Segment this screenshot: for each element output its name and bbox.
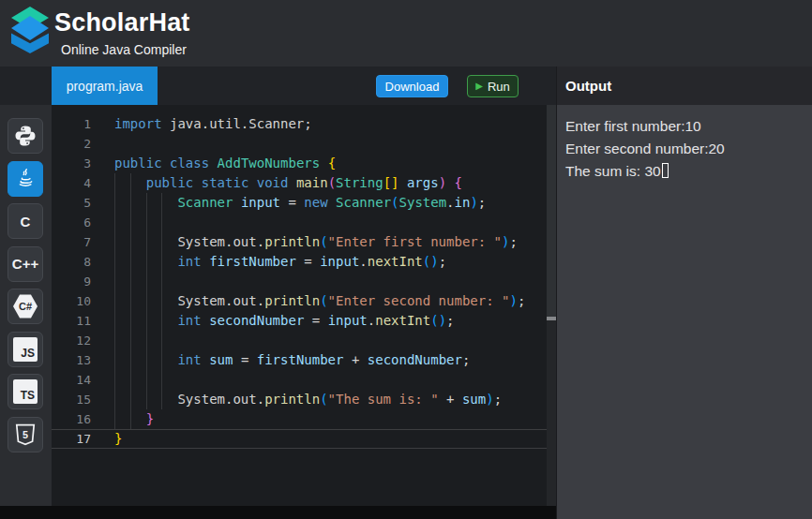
line-number: 5 [52, 193, 91, 213]
code-editor[interactable]: 1import java.util.Scanner;23public class… [52, 105, 556, 506]
indent-guide [146, 252, 147, 272]
indent-guide [130, 350, 131, 370]
code-line[interactable]: 4 public static void main(String[] args)… [52, 173, 547, 193]
csharp-icon: C# [13, 294, 38, 319]
code-text: import java.util.Scanner; [114, 114, 547, 134]
code-line[interactable]: 1import java.util.Scanner; [52, 114, 547, 134]
indent-guide [161, 252, 162, 272]
text-cursor [662, 163, 669, 178]
code-text [114, 331, 547, 350]
code-text [114, 213, 547, 232]
line-number: 12 [52, 331, 91, 350]
code-text: } [114, 430, 547, 448]
code-line[interactable]: 14 [52, 370, 547, 390]
line-number: 4 [52, 173, 91, 193]
indent-guide [114, 311, 115, 331]
scrollbar-thumb[interactable] [547, 105, 556, 317]
code-text [114, 370, 547, 390]
code-line[interactable]: 7 System.out.println("Enter first number… [52, 232, 547, 252]
output-panel: Output Enter first number:10Enter second… [556, 67, 812, 519]
sidebar-item-python[interactable] [8, 118, 43, 154]
indent-guide [146, 272, 147, 291]
code-line[interactable]: 10 System.out.println("Enter second numb… [52, 291, 547, 311]
sidebar-item-java[interactable] [8, 161, 43, 197]
line-number: 16 [52, 409, 91, 429]
indent-guide [130, 311, 131, 331]
js-icon: JS [13, 337, 38, 362]
code-text: System.out.println("Enter second number:… [114, 291, 547, 311]
code-line[interactable]: 11 int secondNumber = input.nextInt(); [52, 311, 547, 331]
code-line[interactable]: 15 System.out.println("The sum is: " + s… [52, 390, 547, 409]
code-line[interactable]: 3public class AddTwoNumbers { [52, 154, 547, 173]
indent-guide [130, 173, 131, 193]
code-text: System.out.println("Enter first number: … [114, 232, 547, 252]
line-number: 6 [52, 213, 91, 232]
indent-guide [130, 213, 131, 232]
sidebar-item-html5[interactable]: 5 [8, 417, 43, 452]
code-line[interactable]: 2 [52, 134, 547, 154]
code-line[interactable]: 12 [52, 331, 547, 350]
brand-title: ScholarHat [54, 8, 190, 37]
code-line[interactable]: 8 int firstNumber = input.nextInt(); [52, 252, 547, 272]
code-area: 1import java.util.Scanner;23public class… [52, 114, 547, 449]
online-java-compiler-app: ScholarHat Online Java Compiler program.… [0, 0, 812, 519]
scrollbar-grip[interactable] [547, 317, 556, 320]
indent-guide [130, 291, 131, 311]
code-text: public static void main(String[] args) { [114, 173, 547, 193]
code-line[interactable]: 17} [52, 429, 547, 449]
code-text [114, 272, 547, 291]
indent-guide [130, 370, 131, 390]
c-icon: C [21, 214, 31, 230]
download-button[interactable]: Download [376, 75, 448, 97]
code-line[interactable]: 6 [52, 213, 547, 232]
indent-guide [161, 232, 162, 252]
tab-program-java[interactable]: program.java [52, 67, 158, 105]
code-text: public class AddTwoNumbers { [114, 154, 547, 173]
line-number: 9 [52, 272, 91, 291]
indent-guide [114, 232, 115, 252]
cpp-icon: C++ [12, 256, 38, 272]
line-number: 17 [52, 430, 91, 448]
code-line[interactable]: 5 Scanner input = new Scanner(System.in)… [52, 193, 547, 213]
indent-guide [114, 252, 115, 272]
indent-guide [161, 350, 162, 370]
indent-guide [130, 331, 131, 350]
code-text: } [114, 409, 547, 429]
line-number: 8 [52, 252, 91, 272]
code-text: Scanner input = new Scanner(System.in); [114, 193, 547, 213]
code-line[interactable]: 16 } [52, 409, 547, 429]
sidebar-item-csharp[interactable]: C# [8, 289, 43, 324]
code-line[interactable]: 13 int sum = firstNumber + secondNumber; [52, 350, 547, 370]
run-button[interactable]: ▶ Run [467, 75, 519, 97]
indent-guide [146, 370, 147, 390]
run-label: Run [488, 80, 510, 94]
indent-guide [161, 291, 162, 311]
indent-guide [161, 331, 162, 350]
indent-guide [146, 291, 147, 311]
indent-guide [114, 409, 115, 429]
output-console[interactable]: Enter first number:10Enter second number… [557, 105, 812, 183]
indent-guide [114, 350, 115, 370]
indent-guide [161, 213, 162, 232]
line-number: 1 [52, 114, 91, 134]
indent-guide [114, 272, 115, 291]
indent-guide [161, 193, 162, 213]
indent-guide [114, 390, 115, 409]
code-text: int firstNumber = input.nextInt(); [114, 252, 547, 272]
python-icon [14, 125, 37, 147]
code-text: System.out.println("The sum is: " + sum)… [114, 390, 547, 409]
sidebar-item-cpp[interactable]: C++ [8, 246, 43, 282]
scholarhat-logo-icon [9, 7, 51, 55]
indent-guide [114, 291, 115, 311]
indent-guide [146, 213, 147, 232]
indent-guide [130, 193, 131, 213]
indent-guide [161, 272, 162, 291]
indent-guide [161, 311, 162, 331]
editor-scrollbar[interactable] [547, 105, 556, 506]
play-icon: ▶ [475, 82, 483, 91]
tab-label: program.java [67, 79, 143, 94]
code-line[interactable]: 9 [52, 272, 547, 291]
sidebar-item-ts[interactable]: TS [8, 374, 43, 409]
sidebar-item-c[interactable]: C [8, 203, 43, 239]
sidebar-item-js[interactable]: JS [8, 332, 43, 367]
